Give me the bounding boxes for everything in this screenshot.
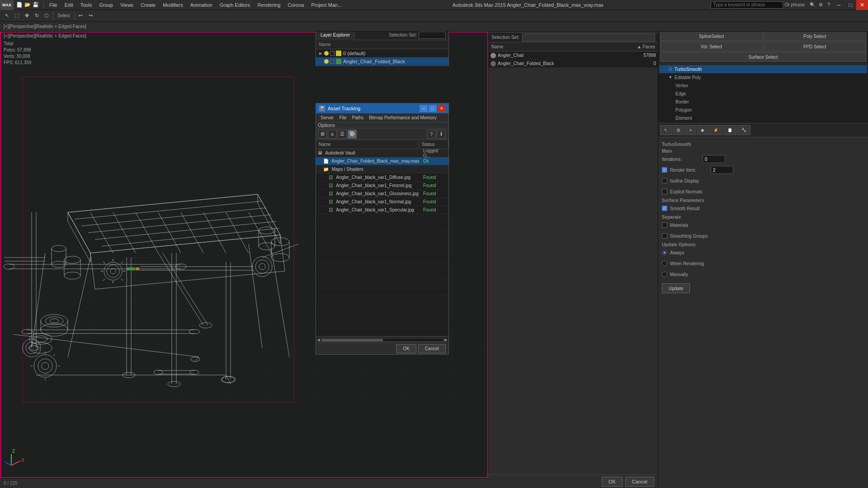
ts-when-rendering-radio[interactable] <box>662 261 667 266</box>
asset-body: 🏛 Autodesk Vault Logged O... 📄 Angler_Ch… <box>316 149 448 336</box>
asset-row-specular[interactable]: 🖼 Angler_Chair_black_var1_Specular.jpg F… <box>316 206 448 214</box>
asset-row-maps[interactable]: 📁 Maps / Shaders <box>316 165 448 174</box>
at-minimize[interactable]: ─ <box>420 105 428 112</box>
asset-row-fresnel[interactable]: 🖼 Angler_Chair_black_var1_Fresnel.jpg Fo… <box>316 182 448 190</box>
sfs-ok-btn[interactable]: OK <box>602 477 623 487</box>
stack-item-turbosmooth[interactable]: □ TurboSmooth <box>659 65 867 73</box>
menu-edit[interactable]: Edit <box>61 0 77 10</box>
ts-ctrl-btn2[interactable]: ⊞ <box>673 125 684 135</box>
menu-graph-editors[interactable]: Graph Editors <box>216 0 254 10</box>
rotate-btn[interactable]: ↻ <box>32 11 42 21</box>
at-btn-color[interactable]: 🎨 <box>348 130 357 139</box>
ts-ctrl-btn4[interactable]: ◉ <box>697 125 708 135</box>
save-icon[interactable]: 💾 <box>32 1 40 9</box>
stack-item-edge[interactable]: Edge <box>659 89 867 98</box>
move-btn[interactable]: ✥ <box>22 11 32 21</box>
at-menu-bitmap[interactable]: Bitmap Performance and Memory <box>366 113 439 122</box>
ts-always-radio[interactable] <box>662 250 667 255</box>
at-btn-help[interactable]: ? <box>427 130 436 139</box>
poly-select-btn[interactable]: Poly Select <box>764 31 867 41</box>
stack-item-vertex[interactable]: Vertex <box>659 81 867 89</box>
settings-icon[interactable]: ⚙ <box>816 1 825 9</box>
asset-row-diffuse[interactable]: 🖼 Angler_Chair_black_var1_Diffuse.jpg Fo… <box>316 174 448 182</box>
at-scroll-right[interactable]: ▶ <box>444 338 448 342</box>
scale-btn[interactable]: ⬡ <box>42 11 52 21</box>
stack-item-polygon[interactable]: Polygon <box>659 106 867 114</box>
at-scroll-left[interactable]: ◀ <box>317 338 320 342</box>
menu-modifiers[interactable]: Modifiers <box>159 0 187 10</box>
stack-item-element[interactable]: Element <box>659 114 867 122</box>
at-menu-server[interactable]: Server <box>318 113 336 122</box>
ts-explicit-check[interactable] <box>662 189 667 194</box>
close-button[interactable]: ✕ <box>856 0 868 10</box>
fpd-select-btn[interactable]: FPD Select <box>764 42 867 52</box>
menu-create[interactable]: Create <box>137 0 159 10</box>
asset-row-glossiness[interactable]: 🖼 Angler_Chair_black_var1_Glossiness.jpg… <box>316 190 448 198</box>
menu-views[interactable]: Views <box>117 0 137 10</box>
ts-materials-check[interactable] <box>662 222 667 228</box>
menu-tools[interactable]: Tools <box>77 0 96 10</box>
surface-select-btn[interactable]: Surface Select <box>660 52 866 62</box>
sfs-selection-set-input[interactable] <box>522 33 655 42</box>
new-icon[interactable]: 📄 <box>15 1 24 9</box>
stack-item-editable-poly[interactable]: ▼ Editable Poly <box>659 73 867 81</box>
menu-group[interactable]: Group <box>95 0 117 10</box>
sfs-object-icon-1 <box>491 53 496 58</box>
maximize-button[interactable]: □ <box>844 0 856 10</box>
menu-animation[interactable]: Animation <box>187 0 216 10</box>
undo-btn[interactable]: ↩ <box>76 11 86 21</box>
ts-isoline-check[interactable] <box>662 178 667 183</box>
search-input[interactable] <box>711 1 783 9</box>
selection-set-input[interactable] <box>419 32 446 39</box>
maxfile-status: Ok <box>421 159 448 164</box>
ts-update-btn[interactable]: Update <box>662 283 690 293</box>
ts-smooth-result-check[interactable]: ✓ <box>662 206 667 211</box>
asset-tracking-titlebar[interactable]: 📦 Asset Tracking ─ □ ✕ <box>316 103 448 113</box>
at-scrollbar[interactable]: ◀ ▶ <box>316 336 448 343</box>
layer-row-default[interactable]: ▶ 0 (default) <box>316 49 448 57</box>
ts-iterations-input[interactable] <box>703 155 725 163</box>
redo-btn[interactable]: ↪ <box>86 11 96 21</box>
ts-render-iters-input[interactable] <box>711 166 733 174</box>
stack-item-border[interactable]: Border <box>659 98 867 106</box>
sfs-cancel-btn[interactable]: Cancel <box>625 477 654 487</box>
open-icon[interactable]: 📂 <box>24 1 32 9</box>
ts-ctrl-btn5[interactable]: ⚡ <box>709 125 722 135</box>
at-maximize[interactable]: □ <box>429 105 437 112</box>
at-ok-btn[interactable]: OK <box>396 344 416 353</box>
at-btn-info[interactable]: ℹ <box>437 130 446 139</box>
ts-ctrl-btn6[interactable]: 📋 <box>723 125 736 135</box>
ts-ctrl-btn3[interactable]: ≡ <box>685 125 696 135</box>
at-menu-paths[interactable]: Paths <box>349 113 367 122</box>
ts-smoothing-groups-check[interactable] <box>662 233 667 239</box>
at-btn-detail[interactable]: ☰ <box>338 130 347 139</box>
asset-row-maxfile[interactable]: 📄 Angler_Chair_Folded_Black_max_vray.max… <box>316 157 448 165</box>
ts-ctrl-btn7[interactable]: 🔧 <box>737 125 750 135</box>
asset-row-vault[interactable]: 🏛 Autodesk Vault Logged O... <box>316 149 448 157</box>
at-btn-grid[interactable]: ⊞ <box>318 130 327 139</box>
menu-rendering[interactable]: Rendering <box>254 0 284 10</box>
select-object-btn[interactable]: ↖ <box>2 11 12 21</box>
menu-corona[interactable]: Corona <box>284 0 307 10</box>
menu-file[interactable]: File <box>46 0 61 10</box>
select-region-btn[interactable]: ⬚ <box>12 11 22 21</box>
at-close[interactable]: ✕ <box>438 105 446 112</box>
at-btn-list[interactable]: ≡ <box>328 130 337 139</box>
sfs-row-angler-black[interactable]: Angler_Chair_Folded_Black 0 <box>489 60 658 68</box>
sfs-row-angler-chair[interactable]: Angler_Chair 57898 <box>489 52 658 60</box>
search-icon[interactable]: 🔍 <box>808 1 816 9</box>
ts-ctrl-btn1[interactable]: ↖ <box>660 125 672 135</box>
asset-row-normal[interactable]: 🖼 Angler_Chair_black_var1_Normal.jpg Fou… <box>316 198 448 206</box>
spline-select-btn[interactable]: SplineSelect <box>660 31 763 41</box>
maxfile-name: Angler_Chair_Folded_Black_max_vray.max <box>331 159 419 164</box>
at-cancel-btn[interactable]: Cancel <box>418 344 446 353</box>
layer-row-angler[interactable]: Angler_Chair_Folded_Black <box>316 57 448 66</box>
menu-project[interactable]: Project Man... <box>307 0 345 10</box>
vol-select-btn[interactable]: Vol. Select <box>660 42 763 52</box>
minimize-button[interactable]: ─ <box>833 0 844 10</box>
help-icon[interactable]: ? <box>825 1 833 9</box>
ts-manually-radio[interactable] <box>662 272 667 277</box>
at-menu-file[interactable]: File <box>336 113 349 122</box>
at-menu-options[interactable]: Options <box>318 122 447 128</box>
ts-render-iters-check[interactable]: ✓ <box>662 167 667 173</box>
